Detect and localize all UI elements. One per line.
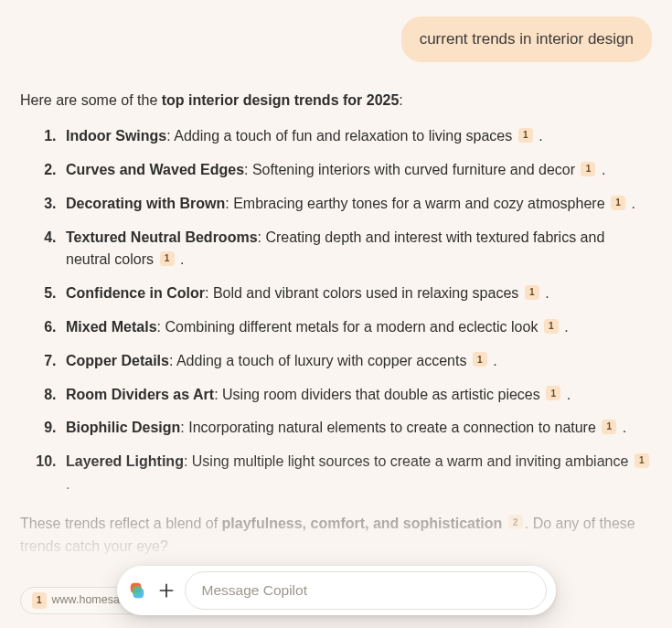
trend-item: Confidence in Color: Bold and vibrant co… — [60, 282, 652, 305]
trend-desc: : Adding a touch of fun and relaxation t… — [166, 128, 516, 144]
citation-badge[interactable]: 1 — [473, 352, 487, 367]
assistant-message: Here are some of the top interior design… — [20, 90, 652, 613]
trend-period: . — [562, 387, 571, 402]
intro-prefix: Here are some of the — [20, 92, 162, 108]
citation-badge[interactable]: 1 — [544, 319, 559, 334]
trend-title: Layered Lighting — [66, 453, 184, 469]
trend-item: Layered Lighting: Using multiple light s… — [60, 451, 652, 496]
citation-badge[interactable]: 1 — [635, 453, 649, 468]
trend-period: . — [618, 420, 626, 435]
composer-input[interactable] — [200, 581, 531, 600]
trend-period: . — [176, 251, 185, 267]
trend-title: Biophilic Design — [66, 420, 180, 435]
trend-title: Copper Details — [66, 353, 169, 368]
trend-item: Decorating with Brown: Embracing earthy … — [60, 193, 652, 216]
trend-item: Mixed Metals: Combining different metals… — [60, 316, 652, 339]
citation-badge[interactable]: 1 — [581, 162, 595, 176]
trend-desc: : Embracing earthy tones for a warm and … — [225, 196, 609, 211]
plus-icon — [157, 581, 176, 600]
intro-suffix: : — [399, 92, 402, 108]
trend-title: Mixed Metals — [66, 319, 157, 335]
trend-item: Indoor Swings: Adding a touch of fun and… — [60, 125, 652, 148]
assistant-intro: Here are some of the top interior design… — [20, 90, 652, 112]
trend-desc: : Incorporating natural elements to crea… — [180, 420, 600, 435]
citation-badge[interactable]: 1 — [525, 285, 539, 300]
trend-title: Textured Neutral Bedrooms — [66, 229, 258, 245]
citation-badge[interactable]: 2 — [508, 515, 523, 529]
intro-bold: top interior design trends for 2025 — [162, 92, 400, 108]
trend-title: Indoor Swings — [66, 128, 166, 144]
trend-item: Biophilic Design: Incorporating natural … — [60, 417, 652, 440]
trend-period: . — [489, 353, 497, 368]
chat-area: current trends in interior design Here a… — [0, 0, 672, 628]
citation-badge[interactable]: 1 — [160, 251, 175, 266]
trend-title: Room Dividers as Art — [66, 387, 214, 402]
trend-desc: : Using multiple light sources to create… — [184, 453, 633, 469]
trend-title: Confidence in Color — [66, 285, 205, 301]
trend-period: . — [597, 162, 605, 177]
trend-title: Decorating with Brown — [66, 196, 225, 211]
trend-desc: : Adding a touch of luxury with copper a… — [169, 353, 471, 368]
trend-item: Copper Details: Adding a touch of luxury… — [60, 350, 652, 373]
trend-desc: : Softening interiors with curved furnit… — [244, 162, 579, 177]
user-message-text: current trends in interior design — [420, 30, 634, 48]
trend-desc: : Combining different metals for a moder… — [157, 319, 542, 335]
trend-period: . — [66, 476, 69, 492]
trend-period: . — [560, 319, 569, 335]
user-message-bubble: current trends in interior design — [401, 16, 652, 62]
user-message-row: current trends in interior design — [20, 16, 652, 62]
outro-bold: playfulness, comfort, and sophistication — [222, 516, 503, 531]
trend-desc: : Using room dividers that double as art… — [214, 387, 544, 402]
trend-item: Curves and Waved Edges: Softening interi… — [60, 159, 652, 182]
trend-item: Room Dividers as Art: Using room divider… — [60, 384, 652, 407]
trend-title: Curves and Waved Edges — [66, 162, 244, 177]
citation-badge[interactable]: 1 — [611, 196, 625, 210]
assistant-outro: These trends reflect a blend of playfuln… — [20, 513, 652, 559]
trend-period: . — [627, 196, 635, 211]
copilot-logo-icon — [126, 580, 148, 601]
trends-list: Indoor Swings: Adding a touch of fun and… — [20, 125, 652, 496]
outro-prefix: These trends reflect a blend of — [20, 516, 222, 531]
trend-item: Textured Neutral Bedrooms: Creating dept… — [60, 227, 652, 272]
trend-desc: : Bold and vibrant colors used in relaxi… — [205, 285, 523, 301]
trend-period: . — [541, 285, 549, 301]
citation-badge[interactable]: 1 — [546, 386, 560, 400]
source-chip-number: 1 — [32, 592, 47, 609]
composer-input-wrap[interactable] — [185, 571, 547, 610]
citation-badge[interactable]: 1 — [518, 128, 533, 143]
trend-period: . — [535, 128, 543, 144]
add-button[interactable] — [152, 576, 181, 605]
citation-badge[interactable]: 1 — [602, 420, 616, 434]
composer-bar — [117, 566, 556, 615]
